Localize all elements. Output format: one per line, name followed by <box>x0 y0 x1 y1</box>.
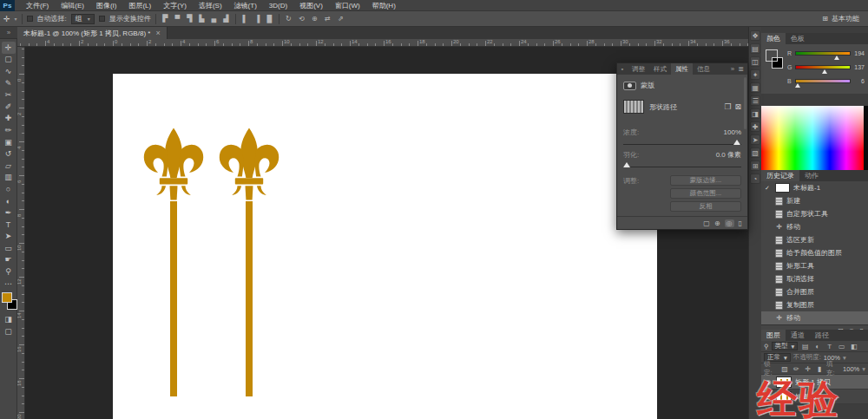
filter-type-icon-5[interactable]: ◧ <box>849 343 858 350</box>
chevron-down-icon[interactable]: ▾ <box>862 365 865 373</box>
history-state-row[interactable]: 矩形工具 <box>761 259 868 272</box>
panel-icon-3[interactable]: ◫ <box>750 56 760 67</box>
history-state-row[interactable]: 复制图层 <box>761 298 868 311</box>
align-icon-4[interactable]: ▙ <box>197 15 207 23</box>
slider-thumb[interactable] <box>834 56 839 60</box>
panel-icon-10[interactable]: ▧ <box>750 147 760 158</box>
hand-tool[interactable]: ☛ <box>2 254 16 266</box>
lock-icon-4[interactable]: ▮ <box>815 365 824 373</box>
history-state-row[interactable]: ✛移动 <box>761 311 868 324</box>
panel-icon-11[interactable]: ⊞ <box>750 160 760 171</box>
align-icon-3[interactable]: ▜ <box>185 15 194 23</box>
threed-mode-icon-3[interactable]: ⊕ <box>310 15 319 23</box>
horizontal-ruler[interactable]: 42024681012141618202224262830323436 <box>17 39 748 47</box>
channel-value[interactable]: 6 <box>853 78 865 84</box>
panel-menu-icon[interactable]: ≣ <box>738 65 744 73</box>
layers-tab-路径[interactable]: 路径 <box>810 330 834 341</box>
toolbar-more[interactable]: ⋯ <box>2 278 16 290</box>
layer-filter-dropdown[interactable]: 类型▾ <box>772 342 799 350</box>
history-state-row[interactable]: 给予颜色值的图层 <box>761 246 868 259</box>
menu-item-图层(L)[interactable]: 图层(L) <box>122 0 157 11</box>
slider-thumb[interactable] <box>822 69 827 74</box>
canvas[interactable] <box>113 74 657 419</box>
filter-type-icon-2[interactable]: ◐ <box>812 343 822 350</box>
panel-scrollbar[interactable] <box>744 77 746 129</box>
auto-select-checkbox[interactable] <box>27 16 33 22</box>
lock-icon-2[interactable]: ✏ <box>792 365 800 373</box>
crop-tool[interactable]: ✂ <box>2 88 16 101</box>
collapse-panel-icon[interactable]: » <box>731 65 734 73</box>
blur-tool[interactable]: ○ <box>2 183 16 195</box>
distribute-icon-1[interactable]: ▌ <box>240 15 250 23</box>
close-tab-icon[interactable]: × <box>155 29 160 37</box>
type-tool[interactable]: T <box>2 219 16 231</box>
menu-item-滤镜(T)[interactable]: 滤镜(T) <box>228 0 263 11</box>
color-tab-颜色[interactable]: 颜色 <box>761 33 786 44</box>
brush-tool[interactable]: ✏ <box>2 124 16 136</box>
screen-mode-button[interactable]: ▢ <box>2 325 16 337</box>
lock-icon-3[interactable]: ✛ <box>804 365 812 373</box>
dodge-tool[interactable]: ◐ <box>2 195 16 207</box>
visibility-icon[interactable]: ◎ <box>725 219 734 227</box>
align-icon-2[interactable]: ▀ <box>173 15 182 23</box>
eraser-tool[interactable]: ▱ <box>2 160 16 172</box>
clone-stamp-tool[interactable]: ▣ <box>2 136 16 148</box>
history-state-row[interactable]: 取消选择 <box>761 272 868 285</box>
properties-tab-调整[interactable]: 调整 <box>628 63 649 75</box>
quick-select-tool[interactable]: ✎ <box>2 77 16 89</box>
align-icon-6[interactable]: ▟ <box>221 15 231 23</box>
feather-slider-thumb[interactable] <box>623 162 630 167</box>
threed-mode-icon-2[interactable]: ⟲ <box>297 15 306 23</box>
load-selection-icon[interactable]: ▢ <box>703 219 710 227</box>
menu-item-文件(F)[interactable]: 文件(F) <box>20 0 55 11</box>
move-tool[interactable]: ✛ <box>2 42 16 54</box>
color-tab-色板[interactable]: 色板 <box>786 33 810 44</box>
distribute-icon-3[interactable]: █ <box>265 15 274 23</box>
auto-select-dropdown[interactable]: 组 ▾ <box>71 14 95 24</box>
filter-type-icon-3[interactable]: T <box>825 343 834 350</box>
set-history-source-icon[interactable]: ✓ <box>763 185 772 192</box>
slider-thumb[interactable] <box>795 83 800 88</box>
panel-icon-12[interactable]: ◔ <box>750 173 760 184</box>
properties-tab-属性[interactable]: 属性 <box>671 63 693 75</box>
lasso-tool[interactable]: ∿ <box>2 65 16 77</box>
document-tab[interactable]: 未标题-1 @ 100% (矩形 1 拷贝, RGB/8) * × <box>17 27 168 39</box>
gradient-tool[interactable]: ▥ <box>2 172 16 184</box>
align-icon-1[interactable]: ▛ <box>161 15 170 23</box>
align-icon-5[interactable]: ▄ <box>209 15 219 23</box>
layers-tab-通道[interactable]: 通道 <box>786 330 810 341</box>
menu-item-文字(Y)[interactable]: 文字(Y) <box>157 0 193 11</box>
feather-value[interactable]: 0.0 像素 <box>716 150 741 160</box>
quick-mask-button[interactable]: ◨ <box>2 313 16 325</box>
menu-item-帮助(H)[interactable]: 帮助(H) <box>366 0 402 11</box>
b-slider[interactable] <box>795 79 851 83</box>
panel-icon-2[interactable]: ▤ <box>750 43 760 54</box>
panel-icon-6[interactable]: ☰ <box>750 95 760 106</box>
pen-tool[interactable]: ✒ <box>2 206 16 219</box>
threed-mode-icon-4[interactable]: ⇄ <box>323 15 332 23</box>
chevron-down-icon[interactable]: ▾ <box>843 354 846 362</box>
panel-icon-5[interactable]: ▦ <box>750 82 760 93</box>
delete-icon[interactable]: ▯ <box>739 219 742 227</box>
properties-tab-信息[interactable]: 信息 <box>693 63 714 75</box>
filter-type-icon-4[interactable]: ▭ <box>837 343 846 350</box>
menu-item-图像(I)[interactable]: 图像(I) <box>90 0 123 11</box>
eyedropper-tool[interactable]: ✐ <box>2 101 16 113</box>
history-state-row[interactable]: 选区更新 <box>761 233 868 246</box>
r-slider[interactable] <box>795 51 851 56</box>
menu-item-选择(S)[interactable]: 选择(S) <box>193 0 228 11</box>
menu-item-视图(V)[interactable]: 视图(V) <box>293 0 329 11</box>
panel-icon-9[interactable]: ➤ <box>750 134 760 145</box>
history-state-row[interactable]: ✛移动 <box>761 220 868 233</box>
workspace-switcher[interactable]: ⊞ 基本功能 <box>822 14 865 23</box>
vector-mask-thumbnail[interactable] <box>623 100 644 114</box>
history-state-row[interactable]: 新建 <box>761 194 868 207</box>
history-state-row[interactable]: 合并图层 <box>761 285 868 298</box>
foreground-color-swatch[interactable] <box>2 292 12 303</box>
tool-preset-arrow-icon[interactable]: ▾ <box>15 16 17 22</box>
panel-icon-8[interactable]: ✚ <box>750 121 760 132</box>
marquee-tool[interactable]: ▢ <box>2 54 16 66</box>
layers-tab-图层[interactable]: 图层 <box>761 330 786 341</box>
properties-tab-样式[interactable]: 样式 <box>649 63 671 75</box>
foreground-color-swatch[interactable] <box>766 49 778 62</box>
